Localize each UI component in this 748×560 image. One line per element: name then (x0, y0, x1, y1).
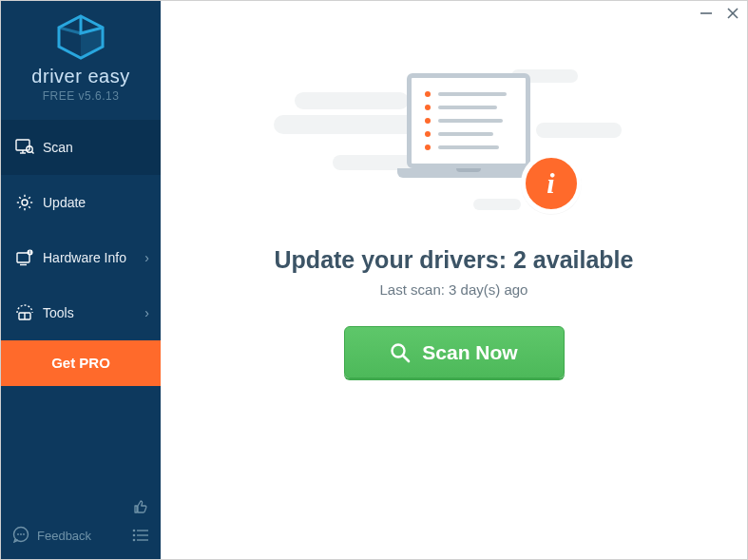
chevron-right-icon: › (144, 305, 149, 320)
nav: Scan Update i Hardware Info › Tools (1, 120, 161, 386)
last-scan-text: Last scan: 3 day(s) ago (380, 281, 528, 298)
window-controls (700, 7, 739, 23)
get-pro-label: Get PRO (51, 355, 110, 371)
list-menu-button[interactable] (132, 529, 149, 546)
gear-icon (12, 194, 37, 211)
feedback-button[interactable]: Feedback (12, 526, 91, 546)
svg-line-17 (19, 206, 21, 208)
tools-icon (12, 304, 37, 321)
nav-hardware-info[interactable]: i Hardware Info › (1, 230, 161, 285)
app-window: driver easy FREE v5.6.13 Scan Update i (0, 0, 748, 560)
svg-point-26 (17, 533, 19, 535)
nav-tools[interactable]: Tools › (1, 285, 161, 340)
svg-point-10 (22, 200, 28, 205)
bottom-icons (132, 498, 149, 546)
close-button[interactable] (726, 7, 739, 23)
minimize-button[interactable] (700, 7, 713, 23)
svg-point-33 (133, 539, 136, 542)
svg-line-36 (403, 356, 409, 361)
headline: Update your drivers: 2 available (275, 246, 634, 274)
nav-label: Tools (37, 305, 144, 320)
search-icon (390, 342, 411, 363)
nav-scan[interactable]: Scan (1, 120, 161, 175)
svg-point-28 (23, 533, 25, 535)
chat-icon (12, 526, 29, 546)
nav-label: Scan (37, 140, 149, 155)
sidebar: driver easy FREE v5.6.13 Scan Update i (1, 1, 161, 559)
nav-label: Hardware Info (37, 250, 144, 265)
svg-point-29 (133, 530, 136, 532)
app-brand: driver easy (1, 66, 161, 87)
main-content: i Update your drivers: 2 available Last … (161, 1, 747, 559)
info-badge-icon: i (521, 153, 582, 214)
svg-line-15 (19, 197, 21, 199)
laptop-icon (397, 73, 540, 178)
scan-illustration: i (283, 56, 625, 237)
scan-now-button[interactable]: Scan Now (344, 326, 565, 378)
svg-point-31 (133, 534, 136, 537)
chevron-right-icon: › (144, 250, 149, 265)
svg-rect-5 (16, 140, 29, 150)
svg-line-16 (29, 206, 30, 208)
svg-point-27 (20, 533, 22, 535)
nav-label: Update (37, 195, 149, 210)
get-pro-button[interactable]: Get PRO (1, 340, 161, 386)
hardware-info-icon: i (12, 249, 37, 266)
monitor-search-icon (12, 139, 37, 156)
app-version: FREE v5.6.13 (1, 89, 161, 103)
logo-area: driver easy FREE v5.6.13 (1, 1, 161, 114)
svg-line-9 (31, 151, 33, 153)
scan-now-label: Scan Now (422, 341, 517, 364)
logo-icon (1, 14, 161, 64)
feedback-label: Feedback (37, 529, 91, 543)
nav-update[interactable]: Update (1, 175, 161, 230)
thumbs-up-button[interactable] (132, 498, 149, 519)
svg-rect-19 (17, 253, 29, 262)
sidebar-footer: Feedback (1, 489, 161, 559)
svg-line-18 (29, 197, 30, 199)
